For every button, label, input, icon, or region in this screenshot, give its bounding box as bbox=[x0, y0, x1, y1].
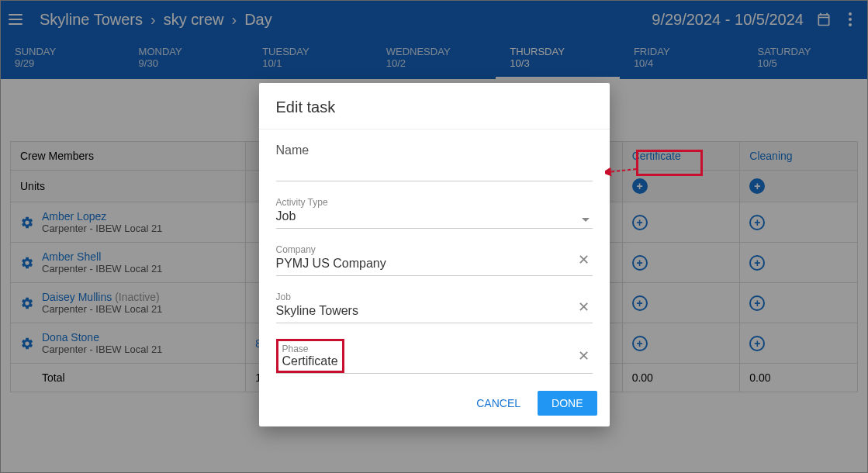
activity-type-value: Job bbox=[276, 208, 593, 228]
name-label: Name bbox=[276, 143, 593, 181]
done-button[interactable]: DONE bbox=[538, 391, 597, 416]
clear-icon[interactable]: ✕ bbox=[578, 299, 590, 316]
job-field[interactable]: Job Skyline Towers ✕ bbox=[276, 292, 593, 323]
company-value: PYMJ US Company bbox=[276, 255, 593, 275]
activity-type-label: Activity Type bbox=[276, 197, 593, 208]
job-label: Job bbox=[276, 292, 593, 302]
phase-label: Phase bbox=[282, 344, 338, 354]
modal-overlay[interactable]: Edit task Name Activity Type Job Company… bbox=[1, 1, 867, 472]
clear-icon[interactable]: ✕ bbox=[578, 251, 590, 268]
job-value: Skyline Towers bbox=[276, 302, 593, 323]
name-field[interactable]: Name bbox=[276, 143, 593, 181]
phase-value: Certificate bbox=[282, 354, 338, 368]
cancel-button[interactable]: CANCEL bbox=[467, 391, 530, 416]
dialog-title: Edit task bbox=[259, 83, 610, 129]
phase-highlight-annotation: Phase Certificate bbox=[276, 339, 344, 373]
activity-type-field[interactable]: Activity Type Job bbox=[276, 197, 593, 229]
edit-task-dialog: Edit task Name Activity Type Job Company… bbox=[259, 83, 610, 426]
phase-field[interactable]: Phase Certificate ✕ bbox=[276, 339, 593, 374]
clear-icon[interactable]: ✕ bbox=[578, 347, 590, 364]
company-label: Company bbox=[276, 244, 593, 255]
company-field[interactable]: Company PYMJ US Company ✕ bbox=[276, 244, 593, 276]
chevron-down-icon bbox=[582, 218, 590, 222]
